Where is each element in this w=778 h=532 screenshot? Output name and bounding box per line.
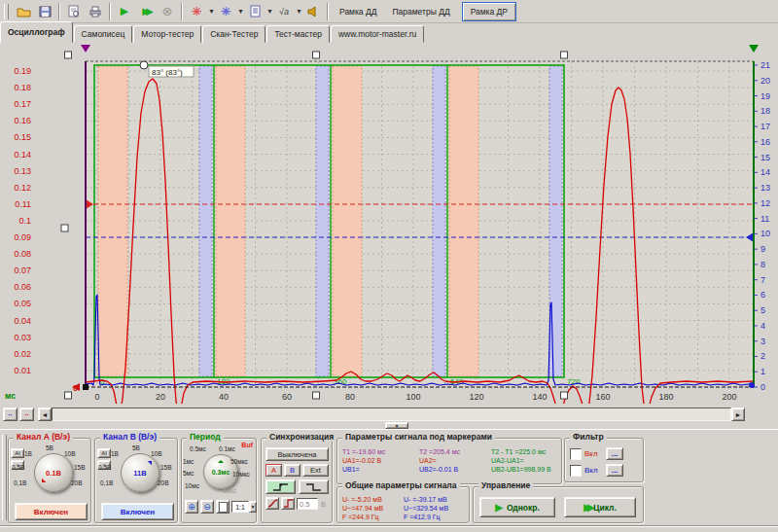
channel-a-enabled-button[interactable]: Включен bbox=[15, 503, 88, 520]
period-range-label: 0.1мс bbox=[219, 445, 235, 452]
channel-a-panel: Канал А (В/э) AI ≈ 0.1В 5В1В10В0,5В15В0,… bbox=[8, 438, 91, 523]
splitter-collapse-icon[interactable]: ▼ bbox=[385, 422, 408, 429]
channel-b-range-label: 5В bbox=[132, 444, 140, 451]
filter-b-more-button[interactable]: ... bbox=[606, 464, 623, 477]
params-dd-button[interactable]: Параметры ДД bbox=[384, 2, 457, 21]
zoom-in-icon[interactable]: ⊕ bbox=[185, 500, 198, 514]
start-cycle-icon[interactable]: ▶▶ bbox=[135, 2, 157, 21]
common-param-value: F =244.9 Гц bbox=[342, 513, 383, 521]
marker-handle-top[interactable] bbox=[561, 52, 568, 58]
cycle-run-button[interactable]: ▶▶ Цикл. bbox=[564, 497, 636, 517]
marker-handle-top[interactable] bbox=[313, 52, 320, 58]
y-axis-left-label: 0.08 bbox=[14, 249, 31, 259]
frame-dd-button[interactable]: Рамка ДД bbox=[332, 2, 384, 21]
channel-a-auto-button[interactable]: AI bbox=[11, 448, 24, 458]
channel-b-auto-button[interactable]: AI bbox=[97, 448, 111, 458]
tab-скан-тестер[interactable]: Скан-Тестер bbox=[202, 25, 265, 43]
sync-level-unit: В bbox=[321, 500, 326, 509]
marker-handle-bottom[interactable] bbox=[65, 392, 72, 399]
filter-b-checkbox[interactable] bbox=[570, 465, 582, 477]
scroll-left-icon[interactable]: ◄ bbox=[38, 408, 52, 421]
sync-edge-falling-button[interactable] bbox=[299, 479, 329, 494]
plot-canvas[interactable]: 01803605407200.190.180.170.160.150.140.1… bbox=[0, 43, 778, 404]
period-title: Период bbox=[187, 432, 224, 442]
y-axis-left-label: 0.15 bbox=[14, 132, 31, 142]
channel-a-range-knob[interactable]: 0.1В bbox=[34, 453, 73, 492]
period-range-label: 5мс bbox=[183, 470, 194, 477]
marker-blue-icon[interactable]: ✳ bbox=[215, 2, 236, 21]
single-run-button[interactable]: ▶Однокр. bbox=[479, 497, 555, 517]
sync-off-button[interactable]: Выключена bbox=[265, 447, 329, 461]
toolbar-separator bbox=[181, 3, 183, 20]
start-icon[interactable]: ▶ bbox=[114, 2, 135, 21]
control-panel: Канал А (В/э) AI ≈ 0.1В 5В1В10В0,5В15В0,… bbox=[0, 429, 778, 526]
tab-самописец[interactable]: Самописец bbox=[74, 25, 133, 43]
channel-b-range-label: 0,5В bbox=[98, 464, 111, 471]
marker-handle-left[interactable] bbox=[61, 225, 68, 231]
control-title: Управление bbox=[478, 480, 533, 490]
sync-source-ext-button[interactable]: Ext bbox=[302, 464, 329, 477]
sound-icon[interactable] bbox=[302, 2, 324, 21]
marker-handle-bottom[interactable] bbox=[313, 392, 320, 399]
zoom-ratio-select[interactable]: 1:1 bbox=[231, 501, 249, 513]
sync-level-input[interactable]: 0.5 bbox=[297, 498, 318, 510]
marker-red-icon-dropdown-icon[interactable]: ▼ bbox=[208, 8, 215, 15]
scroll-marker1-button[interactable]: ·· bbox=[3, 408, 18, 421]
sync-source-a-button[interactable]: А bbox=[265, 464, 282, 477]
tab-мотор-тестер[interactable]: Мотор-тестер bbox=[133, 25, 201, 43]
report-icon-dropdown-icon[interactable]: ▼ bbox=[266, 8, 273, 15]
zoom-out-icon[interactable]: ⊖ bbox=[200, 500, 214, 514]
frame-dr-button[interactable]: Рамка ДР bbox=[462, 2, 516, 21]
print-icon[interactable] bbox=[85, 2, 106, 21]
channel-b-enabled-button[interactable]: Включен bbox=[101, 503, 174, 520]
report-icon[interactable] bbox=[244, 2, 265, 21]
y-axis-right-label: 15 bbox=[760, 153, 770, 162]
filter-a-checkbox[interactable] bbox=[570, 448, 582, 460]
time-scrollbar-track[interactable] bbox=[52, 408, 731, 421]
toolbar-separator bbox=[327, 3, 329, 20]
sync-source-b-button[interactable]: В bbox=[284, 464, 301, 477]
marker-handle-top[interactable] bbox=[65, 52, 72, 58]
channel-a-range-label: 20В bbox=[71, 479, 83, 486]
tab-тест-мастер[interactable]: Тест-мастер bbox=[266, 25, 330, 43]
channel-a-scale-arrow-icon[interactable] bbox=[81, 45, 90, 53]
oscilloscope-plot: 01803605407200.190.180.170.160.150.140.1… bbox=[0, 43, 778, 404]
y-axis-right-label: 2 bbox=[760, 351, 765, 361]
open-icon[interactable] bbox=[13, 2, 34, 21]
oscilloscope-app: { "colors":{"bg":"#d6d3ce","red":"#cc111… bbox=[0, 0, 778, 532]
sync-edge-rising-button[interactable] bbox=[265, 479, 296, 494]
y-axis-right-label: 11 bbox=[760, 214, 769, 224]
math-icon-dropdown-icon[interactable]: ▼ bbox=[296, 8, 302, 15]
common-params-panel: Общие параметры сигнала U- =-5.20 мВU~=4… bbox=[336, 486, 470, 523]
math-icon[interactable]: √a bbox=[273, 2, 295, 21]
x-axis-label: 120 bbox=[469, 392, 483, 402]
y-axis-left-label: 0.16 bbox=[14, 116, 31, 125]
page-view-icon[interactable] bbox=[216, 500, 230, 514]
buffer-mode-label: Buf bbox=[241, 442, 253, 448]
stop-icon[interactable]: ⊗ bbox=[157, 2, 178, 21]
channel-b-range-label: 20В bbox=[158, 479, 169, 486]
marker-red-icon[interactable]: ✳ bbox=[186, 2, 207, 21]
tab-осциллограф[interactable]: Осциллограф bbox=[0, 21, 73, 43]
y-axis-left-label: 0.02 bbox=[14, 349, 31, 359]
y-axis-left-label: 0.04 bbox=[14, 316, 31, 326]
marker-handle-bottom[interactable] bbox=[561, 392, 568, 399]
channel-b-scale-arrow-icon[interactable] bbox=[749, 45, 759, 53]
y-axis-right-label: 19 bbox=[760, 91, 770, 101]
marker-blue-icon-dropdown-icon[interactable]: ▼ bbox=[237, 8, 244, 15]
angle-handle[interactable] bbox=[140, 61, 148, 69]
tab-www.motor-master.ru[interactable]: www.motor-master.ru bbox=[331, 25, 424, 43]
save-icon[interactable] bbox=[34, 2, 55, 21]
preview-icon[interactable] bbox=[63, 2, 85, 21]
y-axis-right-label: 4 bbox=[760, 321, 765, 331]
rising-edge-icon bbox=[272, 482, 290, 492]
ignition-band bbox=[316, 66, 329, 376]
filter-a-more-button[interactable]: ... bbox=[606, 447, 623, 460]
scroll-right-icon[interactable]: ► bbox=[731, 408, 745, 421]
y-axis-right-label: 20 bbox=[760, 76, 770, 86]
channel-b-range-knob[interactable]: 11В bbox=[121, 453, 159, 492]
scroll-marker2-button[interactable]: ·· bbox=[19, 408, 34, 421]
sync-mode1-button[interactable] bbox=[265, 497, 279, 510]
sync-mode2-button[interactable] bbox=[281, 497, 295, 510]
zoom-ratio-dropdown-icon[interactable]: ▼ bbox=[249, 501, 257, 513]
